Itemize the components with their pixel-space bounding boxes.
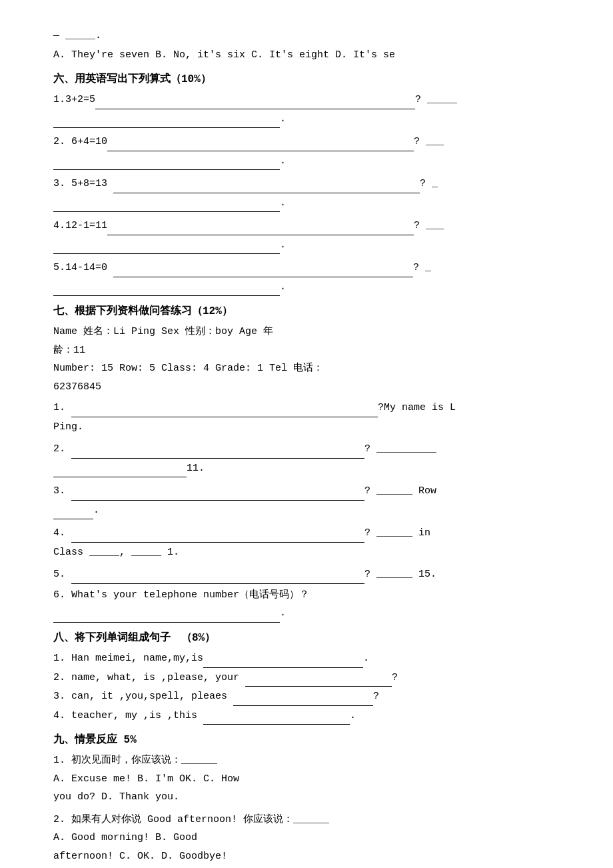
s6-a2: . <box>53 153 573 171</box>
s7-q3-blank[interactable] <box>71 483 364 501</box>
s7-q3-suffix: ? ______ Row <box>364 485 436 497</box>
section-nine: 九、情景反应 5% 1. 初次见面时，你应该说：______ A. Excuse… <box>53 731 573 868</box>
s7-q4-num: 4. <box>53 527 71 539</box>
top-fragment: — _____. A. They're seven B. No, it's si… <box>53 27 573 64</box>
s6-q1-blank[interactable] <box>95 91 415 109</box>
s6-q1: 1.3+2=5 ? _____ <box>53 91 573 109</box>
s6-q4-blank[interactable] <box>107 217 414 235</box>
s7-a3-blank[interactable] <box>53 502 93 520</box>
s7-q4-blank[interactable] <box>71 525 364 543</box>
s7-a3: . <box>53 502 573 520</box>
s7-q3: 3. ? ______ Row <box>53 483 573 501</box>
s7-a4: Class _____, _____ 1. <box>53 544 573 561</box>
s9-q2-a: A. Good morning! <box>53 832 155 843</box>
s9-q1-label: 1. 初次见面时，你应该说：______ <box>53 755 217 766</box>
s7-a2-blank[interactable] <box>53 460 187 478</box>
s8-q1-dot: . <box>363 653 369 664</box>
s6-q4-num: 4.12-1=11 <box>53 220 107 231</box>
s6-q3: 3. 5+8=13 ? _ <box>53 175 573 193</box>
s7-q1-suffix: ?My name is L <box>378 402 456 413</box>
s8-q4-num: 4. teacher, my ,is ,this <box>53 710 203 721</box>
s6-a4-blank[interactable] <box>53 237 280 255</box>
s6-a5-dot: . <box>280 281 286 293</box>
s6-a1-blank[interactable] <box>53 111 280 129</box>
section-six-header: 六、用英语写出下列算式（10%） <box>53 71 573 89</box>
s7-q5: 5. ? ______ 15. <box>53 566 573 584</box>
s6-a1-dot: . <box>280 113 286 125</box>
s9-q1-a: A. Excuse me! <box>53 773 137 785</box>
s8-q2-num: 2. name, what, is ,please, your <box>53 672 245 683</box>
s7-q1-blank[interactable] <box>71 399 378 417</box>
s7-a4-text: Class _____, _____ 1. <box>53 547 179 558</box>
s9-q1-opts1: A. Excuse me! B. I'm OK. C. How <box>53 771 573 788</box>
s9-q1-c: C. How <box>203 773 239 785</box>
s6-q2-blank[interactable] <box>107 133 414 151</box>
s6-a4-dot: . <box>280 239 286 251</box>
s7-q3-num: 3. <box>53 485 71 497</box>
s6-a3-dot: . <box>280 197 286 209</box>
s8-q2: 2. name, what, is ,please, your ? <box>53 669 573 687</box>
section-seven: 七、根据下列资料做问答练习（12%） Name 姓名：Li Ping Sex 性… <box>53 303 573 623</box>
section-nine-header: 九、情景反应 5% <box>53 731 573 749</box>
s9-q2-opts2: afternoon! C. OK. D. Goodbye! <box>53 848 573 865</box>
s7-a3-dot: . <box>93 505 99 516</box>
s7-a1: Ping. <box>53 419 573 436</box>
s9-q2-rest: afternoon! C. OK. D. Goodbye! <box>53 851 227 862</box>
s7-a2-text: 11. <box>187 463 205 474</box>
s7-a2: 11. <box>53 460 573 478</box>
s9-q2-label: 2. 如果有人对你说 Good afternoon! 你应该说：______ <box>53 814 329 825</box>
s6-q5-q: ? _ <box>413 262 431 273</box>
s6-q4-q: ? ___ <box>414 220 444 231</box>
s6-q3-blank[interactable] <box>113 175 420 193</box>
s9-q1-b: B. I'm OK. <box>137 773 203 785</box>
s7-q4-suffix: ? ______ in <box>364 527 430 539</box>
s6-q2-q: ? ___ <box>414 136 444 147</box>
s6-q2-num: 2. 6+4=10 <box>53 136 107 147</box>
s7-q2: 2. ? __________ <box>53 441 573 459</box>
s6-a3-blank[interactable] <box>53 195 280 213</box>
s7-a6: . <box>53 605 573 623</box>
s7-a6-blank[interactable] <box>53 605 280 623</box>
s6-a5: . <box>53 279 573 297</box>
s7-q1: 1. ?My name is L <box>53 399 573 417</box>
s6-a4: . <box>53 237 573 255</box>
s9-q2-text: 2. 如果有人对你说 Good afternoon! 你应该说：______ <box>53 811 573 829</box>
s7-q6: 6. What's your telephone number（电话号码）？ <box>53 587 573 604</box>
s6-a2-blank[interactable] <box>53 153 280 171</box>
s6-a5-blank[interactable] <box>53 279 280 297</box>
s9-q2-b: B. Good <box>155 832 197 843</box>
s8-q4-blank[interactable] <box>203 707 350 725</box>
s6-q5-blank[interactable] <box>113 259 413 277</box>
s9-q1-you: you do? D. Thank you. <box>53 791 179 803</box>
s6-q5-num: 5.14-14=0 <box>53 262 113 273</box>
s8-q3-blank[interactable] <box>233 688 373 706</box>
s7-info2: 龄：11 <box>53 342 573 359</box>
s8-q4: 4. teacher, my ,is ,this . <box>53 707 573 725</box>
s8-q3-num: 3. can, it ,you,spell, pleaes <box>53 691 233 702</box>
top-options-line: A. They're seven B. No, it's six C. It's… <box>53 46 573 64</box>
section-seven-header: 七、根据下列资料做问答练习（12%） <box>53 303 573 321</box>
s6-a3: . <box>53 195 573 213</box>
s7-a6-dot: . <box>280 607 286 619</box>
s8-q3-q: ? <box>373 691 379 702</box>
s6-q4: 4.12-1=11 ? ___ <box>53 217 573 235</box>
s8-q2-q: ? <box>392 672 398 683</box>
s8-q1-blank[interactable] <box>203 650 363 668</box>
s6-q2: 2. 6+4=10 ? ___ <box>53 133 573 151</box>
section-eight-header: 八、将下列单词组成句子 （8%） <box>53 629 573 647</box>
s7-info1: Name 姓名：Li Ping Sex 性别：boy Age 年 <box>53 323 573 341</box>
s7-a1-text: Ping. <box>53 421 83 433</box>
s8-q2-blank[interactable] <box>245 669 392 687</box>
s8-q3: 3. can, it ,you,spell, pleaes ? <box>53 688 573 706</box>
s7-q5-blank[interactable] <box>71 566 364 584</box>
s8-q1-num: 1. Han meimei, name,my,is <box>53 653 203 664</box>
section-six: 六、用英语写出下列算式（10%） 1.3+2=5 ? _____ . 2. 6+… <box>53 71 573 296</box>
s6-q1-num: 1.3+2=5 <box>53 94 95 105</box>
s9-q1-opts2: you do? D. Thank you. <box>53 789 573 806</box>
s9-q1-text: 1. 初次见面时，你应该说：______ <box>53 752 573 769</box>
s7-q2-blank[interactable] <box>71 441 364 459</box>
s6-a2-dot: . <box>280 155 286 167</box>
s7-q6-text: 6. What's your telephone number（电话号码）？ <box>53 589 309 601</box>
section-eight: 八、将下列单词组成句子 （8%） 1. Han meimei, name,my,… <box>53 629 573 725</box>
s8-q1: 1. Han meimei, name,my,is . <box>53 650 573 668</box>
